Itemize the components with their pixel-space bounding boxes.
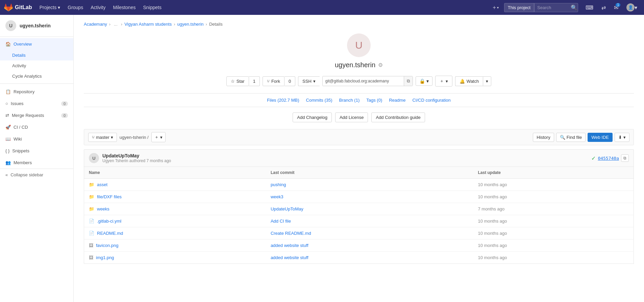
copy-url-button[interactable]: ⧉ [404, 76, 413, 86]
stat-branch[interactable]: Branch (1) [339, 98, 360, 103]
avatar: U [5, 20, 16, 31]
brand-name: GitLab [15, 4, 32, 10]
commit-msg-link[interactable]: week3 [271, 194, 283, 199]
plus-button[interactable]: ＋ ▾ [489, 2, 501, 13]
sidebar-item-activity[interactable]: Activity [0, 60, 73, 71]
commit-action: authored [129, 158, 147, 163]
web-ide-button[interactable]: Web IDE [588, 133, 613, 142]
nav-activity[interactable]: Activity [87, 3, 109, 12]
stat-files[interactable]: Files (202.7 MB) [267, 98, 299, 103]
merge-requests-count-badge: 0 [61, 113, 68, 118]
search-wrap: This project 🔍 [504, 2, 580, 13]
user-chevron-icon: ▾ [635, 4, 637, 11]
gitlab-logo [4, 3, 13, 12]
ssh-dropdown: SSH ▾ [298, 76, 320, 86]
file-link[interactable]: .gitlab-ci.yml [97, 219, 121, 224]
commit-msg-link[interactable]: Create README.md [271, 231, 311, 236]
file-link[interactable]: README.md [97, 231, 123, 236]
sidebar: U ugyen.tsherin 🏠 Overview Details Activ… [0, 15, 74, 302]
file-link[interactable]: file/DXF files [97, 194, 122, 199]
home-icon: 🏠 [5, 42, 11, 47]
clipboard-icon: ⧉ [407, 78, 410, 83]
sidebar-item-repository[interactable]: 📋 Repository [0, 86, 73, 98]
commit-msg-link[interactable]: added website stuff [271, 243, 308, 248]
user-menu-button[interactable]: 👤 ▾ [624, 1, 640, 14]
brand[interactable]: GitLab [4, 3, 32, 12]
breadcrumb-vigyan[interactable]: Vigyan Asharm students [124, 22, 172, 27]
this-project-btn[interactable]: This project [504, 3, 534, 12]
file-image-icon: 🖼 [89, 243, 93, 248]
breadcrumb-sep-1: › [109, 22, 110, 27]
breadcrumb-academany[interactable]: Academany [84, 22, 107, 27]
nav-snippets[interactable]: Snippets [140, 3, 165, 12]
chevron-down-icon: ▾ [426, 78, 429, 84]
page-layout: U ugyen.tsherin 🏠 Overview Details Activ… [0, 15, 644, 302]
sidebar-item-wiki[interactable]: 📖 Wiki [0, 133, 73, 145]
nav-milestones[interactable]: Milestones [110, 3, 139, 12]
file-link[interactable]: weeks [97, 206, 109, 211]
main-content: Academany › ... › Vigyan Asharm students… [74, 15, 644, 302]
chevron-down-icon: ▾ [446, 79, 448, 84]
add-changelog-button[interactable]: Add Changelog [293, 112, 332, 122]
stat-tags[interactable]: Tags (0) [366, 98, 382, 103]
star-count-button[interactable]: 1 [249, 76, 260, 86]
sidebar-item-details[interactable]: Details [0, 50, 73, 60]
sidebar-item-overview[interactable]: 🏠 Overview [0, 38, 73, 50]
commit-hash-link[interactable]: 0455740a [598, 156, 619, 161]
file-link[interactable]: img1.png [96, 255, 114, 260]
file-table-body: 📁 asset pushing 10 months ago 📁 file/DXF… [84, 179, 634, 264]
sidebar-item-merge-requests[interactable]: ⇄ Merge Requests 0 [0, 109, 73, 121]
collapse-sidebar-button[interactable]: « Collapse sidebar [0, 169, 73, 181]
watch-button[interactable]: 🔔 Watch [455, 76, 483, 86]
star-icon: ☆ [231, 79, 235, 84]
add-file-button[interactable]: ＋ ▾ [151, 132, 166, 142]
commit-msg-link[interactable]: Add CI file [271, 219, 291, 224]
keyboard-shortcuts-button[interactable]: ⌨ [583, 2, 596, 13]
file-code-icon: 📄 [89, 219, 94, 224]
stat-cicd[interactable]: CI/CD configuration [412, 98, 450, 103]
breadcrumb-details: Details [209, 22, 223, 27]
commit-msg-link[interactable]: pushing [271, 182, 286, 187]
stats-row: Files (202.7 MB) Commits (35) Branch (1)… [84, 93, 634, 107]
commit-msg-link[interactable]: added website stuff [271, 255, 308, 260]
star-button[interactable]: ☆ Star [226, 76, 249, 86]
time-ago: 10 months ago [478, 255, 507, 260]
project-settings-icon[interactable]: ⚙ [378, 62, 383, 68]
stat-commits[interactable]: Commits (35) [306, 98, 332, 103]
toolbar-right: History 🔍 Find file Web IDE ⬇ ▾ [533, 133, 629, 142]
visibility-btn: 🔒 ▾ [416, 76, 432, 86]
sidebar-item-cycle-analytics[interactable]: Cycle Analytics [0, 71, 73, 81]
fork-count-button[interactable]: 0 [284, 76, 295, 86]
sidebar-item-snippets[interactable]: { } Snippets [0, 145, 73, 157]
sidebar-item-cicd[interactable]: 🚀 CI / CD [0, 121, 73, 133]
ssh-button[interactable]: SSH ▾ [298, 76, 320, 86]
repo-url-input[interactable] [323, 77, 404, 85]
history-button[interactable]: History [533, 133, 554, 142]
add-contribution-guide-button[interactable]: Add Contribution guide [371, 112, 425, 122]
file-link[interactable]: asset [97, 182, 107, 187]
search-button[interactable]: 🔍 [568, 2, 580, 13]
commit-message: UpdateUpToMay [102, 153, 588, 158]
sidebar-item-issues[interactable]: ○ Issues 0 [0, 98, 73, 109]
branch-selector[interactable]: ⑂ master ▾ [88, 133, 117, 142]
stat-readme[interactable]: Readme [389, 98, 405, 103]
add-license-button[interactable]: Add License [335, 112, 368, 122]
breadcrumb-more[interactable]: ... [113, 22, 119, 27]
sidebar-item-members[interactable]: 👥 Members [0, 157, 73, 169]
issues-button[interactable]: ✉ 1 [611, 2, 621, 13]
breadcrumb-ugyen[interactable]: ugyen.tsherin [177, 22, 203, 27]
clone-dropdown-button[interactable]: ⬇ ▾ [615, 133, 629, 142]
fork-button[interactable]: ⑂ Fork [263, 76, 284, 86]
commit-msg-link[interactable]: UpdateUpToMay [271, 206, 303, 211]
copy-hash-button[interactable]: ⧉ [621, 154, 629, 162]
watch-dropdown-button[interactable]: ▾ [483, 76, 491, 86]
nav-projects[interactable]: Projects ▾ [36, 3, 64, 12]
file-link[interactable]: favicon.png [96, 243, 119, 248]
nav-groups[interactable]: Groups [64, 3, 86, 12]
file-name-cell: 📁 file/DXF files [89, 194, 261, 199]
clone-icon: ⬇ [618, 135, 622, 140]
plus-repo-button[interactable]: ＋ ▾ [435, 76, 452, 86]
find-file-button[interactable]: 🔍 Find file [556, 133, 586, 142]
merge-requests-button[interactable]: ⇄ [599, 2, 609, 13]
fork-count: 0 [289, 79, 291, 84]
